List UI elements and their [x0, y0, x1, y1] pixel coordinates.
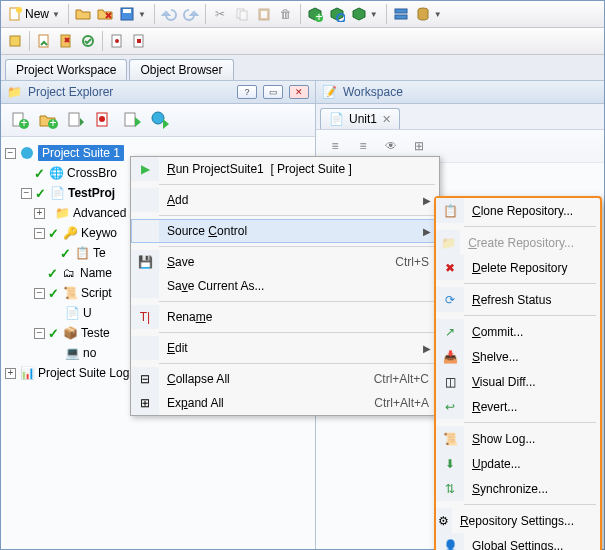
menu-edit[interactable]: Edit▶ [131, 336, 439, 360]
svg-point-31 [152, 112, 164, 124]
menu-add[interactable]: Add▶ [131, 188, 439, 212]
expand-icon[interactable]: + [34, 208, 45, 219]
tool-icon-4[interactable] [78, 30, 98, 52]
run-suite-icon[interactable] [147, 107, 173, 133]
open-icon[interactable] [73, 3, 93, 25]
shelve-icon: 📥 [443, 350, 458, 364]
menu-visual-diff[interactable]: ◫Visual Diff... [436, 369, 600, 394]
menu-clone-repo[interactable]: 📋Clone Repository... [436, 198, 600, 223]
workspace-icon: 📝 [322, 85, 337, 99]
expand-icon[interactable]: − [34, 228, 45, 239]
expand-icon[interactable]: + [5, 368, 16, 379]
close-tab-icon[interactable]: ✕ [382, 113, 391, 126]
test-icon: 📋 [74, 246, 90, 260]
menu-revert[interactable]: ↩Revert... [436, 394, 600, 419]
copy-icon[interactable] [232, 3, 252, 25]
workspace-tabbar: Project Workspace Object Browser [1, 55, 604, 81]
add-item-icon[interactable]: + [7, 107, 33, 133]
expand-icon[interactable]: − [21, 188, 32, 199]
menu-update[interactable]: ⬇Update... [436, 451, 600, 476]
sub-toolbar [1, 28, 604, 55]
close-button[interactable]: ✕ [289, 85, 309, 99]
tool-icon-2[interactable] [34, 30, 54, 52]
cut-icon[interactable]: ✂ [210, 3, 230, 25]
tool-icon-3[interactable] [56, 30, 76, 52]
tool-icon-1[interactable] [5, 30, 25, 52]
editor-tab-unit1[interactable]: 📄 Unit1 ✕ [320, 108, 400, 129]
check-icon: ✓ [34, 166, 45, 181]
menu-shelve[interactable]: 📥Shelve... [436, 344, 600, 369]
tested-icon: 📦 [62, 326, 78, 340]
menu-commit[interactable]: ↗Commit... [436, 319, 600, 344]
expand-icon[interactable]: − [5, 148, 16, 159]
tree-item[interactable]: U [83, 306, 92, 320]
tree-item[interactable]: Te [93, 246, 106, 260]
revert-icon: ↩ [445, 400, 455, 414]
save-icon[interactable]: ▼ [117, 3, 150, 25]
cube-add-icon[interactable]: + [305, 3, 325, 25]
expand-icon[interactable]: − [34, 288, 45, 299]
tree-item[interactable]: Keywo [81, 226, 117, 240]
close-folder-icon[interactable] [95, 3, 115, 25]
tree-root[interactable]: Project Suite 1 [38, 145, 124, 161]
explorer-icon: 📁 [7, 85, 22, 99]
svg-point-29 [99, 116, 105, 122]
tree-item[interactable]: Script [81, 286, 112, 300]
redo-icon[interactable] [181, 3, 201, 25]
help-button[interactable]: ? [237, 85, 257, 99]
save-icon: 💾 [138, 255, 153, 269]
commit-icon: ↗ [445, 325, 455, 339]
menu-expand-all[interactable]: ⊞Expand AllCtrl+Alt+A [131, 391, 439, 415]
tab-object-browser[interactable]: Object Browser [129, 59, 233, 80]
tool-icon-6[interactable] [129, 30, 149, 52]
cube-dropdown-icon[interactable]: ▼ [349, 3, 382, 25]
tab-project-workspace[interactable]: Project Workspace [5, 59, 127, 80]
tree-item[interactable]: CrossBro [67, 166, 117, 180]
delete-icon: ✖ [445, 261, 455, 275]
collapse-icon: ⊟ [140, 372, 150, 386]
menu-source-control[interactable]: Source Control▶ [131, 219, 439, 243]
script-icon: 📄 [329, 112, 344, 126]
menu-rename[interactable]: T|Rename [131, 305, 439, 329]
tree-item[interactable]: no [83, 346, 96, 360]
tree-item[interactable]: Name [80, 266, 112, 280]
delete-icon[interactable]: 🗑 [276, 3, 296, 25]
tree-item[interactable]: Advanced [73, 206, 126, 220]
minimize-button[interactable]: ▭ [263, 85, 283, 99]
menu-save[interactable]: 💾SaveCtrl+S [131, 250, 439, 274]
sync-icon: ⇅ [445, 482, 455, 496]
unit-icon: 📄 [64, 306, 80, 320]
new-button[interactable]: New▼ [5, 3, 64, 25]
explorer-icon-3[interactable] [63, 107, 89, 133]
main-toolbar: New▼ ▼ ✂ 🗑 + ▼ ▼ [1, 1, 604, 28]
database-icon[interactable]: ▼ [413, 3, 446, 25]
tree-item[interactable]: TestProj [68, 186, 115, 200]
check-icon: ✓ [47, 266, 58, 281]
svg-rect-12 [395, 15, 407, 19]
tree-item[interactable]: Teste [81, 326, 110, 340]
svg-rect-21 [137, 39, 141, 43]
expand-icon[interactable]: − [34, 328, 45, 339]
log-icon: 📜 [443, 432, 458, 446]
cube-target-icon[interactable] [327, 3, 347, 25]
menu-synchronize[interactable]: ⇅Synchronize... [436, 476, 600, 501]
tool-icon-5[interactable] [107, 30, 127, 52]
svg-text:+: + [315, 10, 322, 22]
menu-collapse-all[interactable]: ⊟Collapse AllCtrl+Alt+C [131, 367, 439, 391]
menu-show-log[interactable]: 📜Show Log... [436, 426, 600, 451]
server-icon[interactable] [391, 3, 411, 25]
menu-global-settings[interactable]: 👤Global Settings... [436, 533, 600, 550]
menu-refresh-status[interactable]: ⟳Refresh Status [436, 287, 600, 312]
menu-save-as[interactable]: Save Current As... [131, 274, 439, 298]
paste-icon[interactable] [254, 3, 274, 25]
workspace-title: Workspace [343, 85, 598, 99]
svg-rect-3 [123, 9, 131, 13]
undo-icon[interactable] [159, 3, 179, 25]
run-icon[interactable] [119, 107, 145, 133]
menu-delete-repo[interactable]: ✖Delete Repository [436, 255, 600, 280]
explorer-icon-4[interactable] [91, 107, 117, 133]
menu-run[interactable]: ▶Run ProjectSuite1 [ Project Suite ] [131, 157, 439, 181]
tree-item[interactable]: Project Suite Logs [38, 366, 135, 380]
add-folder-icon[interactable]: + [35, 107, 61, 133]
menu-repo-settings[interactable]: ⚙Repository Settings... [436, 508, 600, 533]
